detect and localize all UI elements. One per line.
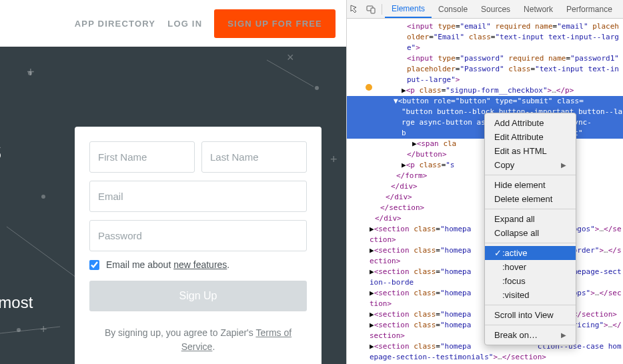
check-icon: ✓	[494, 248, 502, 258]
svg-line-1	[0, 327, 60, 333]
newsletter-checkbox-row[interactable]: Email me about new features.	[89, 259, 307, 270]
last-name-field[interactable]	[201, 141, 307, 173]
tab-sources[interactable]: Sources	[474, 0, 517, 18]
new-features-link[interactable]: new features	[173, 259, 227, 270]
device-toggle-icon[interactable]	[363, 0, 379, 18]
ctx-delete-element[interactable]: Delete element	[485, 192, 576, 206]
ctx-pseudo-hover[interactable]: :hover	[485, 260, 576, 274]
ctx-pseudo-focus[interactable]: :focus	[485, 274, 576, 288]
nav-app-directory[interactable]: APP DIRECTORY	[75, 19, 156, 29]
tab-elements[interactable]: Elements	[385, 0, 432, 18]
inspect-icon[interactable]	[347, 0, 363, 18]
ctx-copy[interactable]: Copy▶	[485, 158, 576, 172]
email-field[interactable]	[89, 181, 307, 212]
svg-text:×: ×	[287, 51, 294, 64]
ctx-break-on[interactable]: Break on…▶	[485, 328, 576, 342]
signup-cta-button[interactable]: SIGN UP FOR FREE	[214, 9, 336, 38]
ctx-hide-element[interactable]: Hide element	[485, 178, 576, 192]
submenu-arrow-icon: ▶	[561, 331, 566, 339]
tos-text: By signing up, you agree to Zapier's Ter…	[89, 326, 307, 354]
signup-submit-button[interactable]: Sign Up	[89, 281, 307, 311]
ctx-collapse-all[interactable]: Collapse all	[485, 226, 576, 240]
newsletter-checkbox[interactable]	[89, 260, 99, 270]
hero-bg-text: our most	[0, 293, 33, 312]
checkbox-label: Email me about	[106, 259, 173, 270]
devtools-tabbar: Elements Console Sources Network Perform…	[347, 0, 623, 19]
ctx-edit-attribute[interactable]: Edit Attribute	[485, 130, 576, 144]
hero-section: ps pier our most + × + +	[0, 47, 346, 364]
svg-text:+: +	[27, 65, 35, 79]
ctx-pseudo-visited[interactable]: :visited	[485, 288, 576, 302]
svg-text:+: +	[40, 323, 47, 336]
ctx-pseudo-active[interactable]: ✓:active	[485, 246, 576, 260]
ctx-edit-as-html[interactable]: Edit as HTML	[485, 144, 576, 158]
svg-line-2	[267, 60, 314, 87]
ctx-scroll-into-view[interactable]: Scroll into View	[485, 308, 576, 322]
password-field[interactable]	[89, 220, 307, 251]
svg-rect-12	[371, 8, 375, 13]
ctx-expand-all[interactable]: Expand all	[485, 212, 576, 226]
svg-text:+: +	[330, 153, 338, 166]
selected-node-indicator	[366, 84, 372, 91]
svg-point-5	[17, 328, 21, 332]
context-menu: Add Attribute Edit Attribute Edit as HTM…	[484, 113, 576, 345]
tab-console[interactable]: Console	[432, 0, 474, 18]
first-name-field[interactable]	[89, 141, 195, 173]
hero-bg-text: ps	[0, 133, 1, 167]
svg-point-6	[315, 86, 319, 90]
tab-network[interactable]: Network	[517, 0, 560, 18]
top-nav: APP DIRECTORY LOG IN SIGN UP FOR FREE	[0, 0, 346, 47]
nav-login[interactable]: LOG IN	[167, 19, 202, 29]
tab-performance[interactable]: Performance	[560, 0, 619, 18]
svg-point-4	[41, 195, 45, 199]
svg-point-3	[28, 71, 32, 75]
signup-form-card: Email me about new features. Sign Up By …	[75, 127, 322, 364]
ctx-add-attribute[interactable]: Add Attribute	[485, 116, 576, 130]
submenu-arrow-icon: ▶	[561, 161, 566, 169]
